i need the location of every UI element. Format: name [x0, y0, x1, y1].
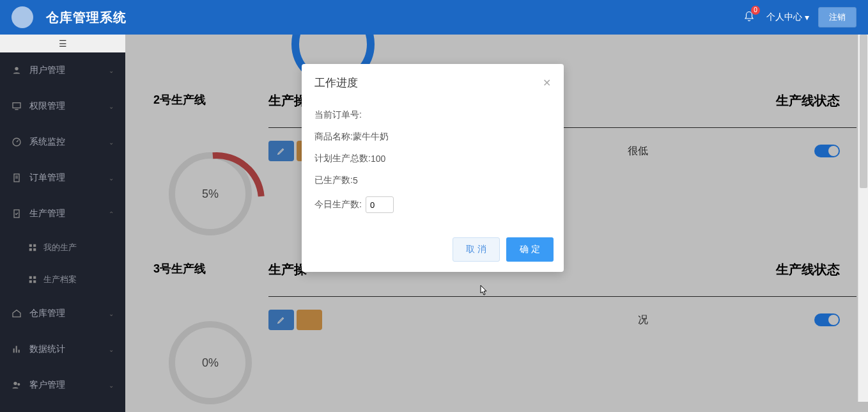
svg-rect-13: [13, 349, 15, 353]
done-label: 已生产数:: [314, 175, 353, 186]
plan-row: 计划生产总数:100: [314, 153, 551, 164]
users-icon: [12, 380, 22, 390]
chevron-down-icon: ⌄: [109, 175, 114, 182]
done-value: 5: [353, 175, 358, 186]
chart-icon: [12, 344, 22, 354]
order-row: 当前订单号:: [314, 109, 551, 121]
product-value: 蒙牛牛奶: [353, 131, 389, 143]
notification-badge: 0: [751, 6, 760, 15]
svg-rect-6: [33, 244, 36, 247]
order-label: 当前订单号:: [314, 109, 362, 121]
vertical-scrollbar[interactable]: [858, 35, 868, 402]
sidebar-item-production-mgmt[interactable]: 生产管理 ⌃: [0, 196, 125, 232]
menu-label: 系统监控: [29, 136, 65, 148]
menu-label: 客户管理: [29, 379, 65, 391]
svg-rect-8: [33, 248, 36, 251]
chevron-down-icon: ⌄: [109, 103, 114, 110]
sidebar-item-data-stats[interactable]: 数据统计 ⌄: [0, 331, 125, 367]
sidebar: ☰ 用户管理 ⌄ 权限管理 ⌄ 系统监控 ⌄ 订单管理 ⌄ 生产管理 ⌃: [0, 35, 125, 412]
collapse-icon: ☰: [59, 38, 67, 49]
avatar[interactable]: [12, 6, 33, 28]
done-row: 已生产数:5: [314, 175, 551, 186]
logout-button[interactable]: 注销: [818, 7, 856, 28]
submenu-label: 生产档案: [43, 274, 77, 285]
dialog-cancel-button[interactable]: 取 消: [453, 237, 500, 262]
svg-rect-11: [29, 280, 32, 283]
sidebar-item-system-monitor[interactable]: 系统监控 ⌄: [0, 124, 125, 160]
menu-label: 数据统计: [29, 344, 65, 355]
grid-icon: [28, 275, 37, 284]
svg-point-17: [17, 383, 20, 386]
today-row: 今日生产数:: [314, 196, 551, 213]
grid-icon: [28, 243, 37, 252]
work-progress-dialog: 工作进度 ✕ 当前订单号: 商品名称:蒙牛牛奶 计划生产总数:100 已生产数:…: [302, 64, 564, 272]
chevron-down-icon: ⌄: [109, 382, 114, 389]
chevron-down-icon: ⌄: [109, 346, 114, 353]
plan-label: 计划生产总数:: [314, 153, 371, 164]
svg-rect-1: [13, 103, 20, 108]
dialog-ok-button[interactable]: 确 定: [506, 237, 554, 262]
sidebar-subitem-my-production[interactable]: 我的生产: [0, 232, 125, 264]
sidebar-item-user-mgmt[interactable]: 用户管理 ⌄: [0, 52, 125, 88]
check-clipboard-icon: [12, 209, 22, 219]
monitor-icon: [12, 101, 22, 111]
chevron-down-icon: ⌄: [109, 310, 114, 317]
chevron-down-icon: ⌄: [109, 139, 114, 146]
close-icon: ✕: [543, 77, 551, 88]
topbar: 仓库管理系统 0 个人中心 ▾ 注销: [0, 0, 868, 35]
chevron-up-icon: ⌃: [109, 210, 114, 218]
menu-label: 权限管理: [29, 100, 65, 112]
svg-rect-14: [16, 346, 17, 353]
today-label: 今日生产数:: [314, 199, 362, 210]
menu-label: 订单管理: [29, 172, 65, 184]
sidebar-item-permission-mgmt[interactable]: 权限管理 ⌄: [0, 88, 125, 124]
scrollbar-thumb[interactable]: [860, 35, 867, 188]
user-center-label: 个人中心: [766, 12, 802, 23]
svg-rect-10: [33, 276, 36, 279]
dialog-close-button[interactable]: ✕: [543, 77, 551, 89]
submenu-label: 我的生产: [43, 242, 77, 253]
sidebar-collapse-button[interactable]: ☰: [0, 35, 125, 52]
menu-label: 仓库管理: [29, 308, 65, 319]
sidebar-item-order-mgmt[interactable]: 订单管理 ⌄: [0, 160, 125, 196]
svg-point-0: [15, 67, 18, 70]
clipboard-icon: [12, 173, 22, 183]
svg-rect-7: [29, 248, 32, 251]
sidebar-subitem-production-archive[interactable]: 生产档案: [0, 264, 125, 296]
home-icon: [12, 308, 22, 319]
today-input[interactable]: [366, 196, 394, 213]
plan-value: 100: [371, 154, 385, 164]
user-icon: [12, 65, 22, 75]
svg-rect-5: [29, 244, 32, 247]
user-center-dropdown[interactable]: 个人中心 ▾: [766, 12, 809, 23]
svg-point-16: [13, 382, 17, 385]
menu-label: 用户管理: [29, 65, 65, 76]
product-row: 商品名称:蒙牛牛奶: [314, 131, 551, 143]
svg-rect-12: [33, 280, 36, 283]
chevron-down-icon: ▾: [805, 12, 809, 22]
dialog-title: 工作进度: [314, 75, 543, 90]
menu-label: 生产管理: [29, 208, 65, 219]
notification-bell[interactable]: 0: [743, 11, 755, 24]
svg-rect-9: [29, 276, 32, 279]
product-label: 商品名称:: [314, 131, 353, 143]
chevron-down-icon: ⌄: [109, 67, 114, 74]
app-title: 仓库管理系统: [46, 9, 127, 26]
svg-rect-15: [19, 350, 20, 353]
gauge-icon: [12, 137, 22, 147]
sidebar-item-customer-mgmt[interactable]: 客户管理 ⌄: [0, 367, 125, 403]
sidebar-item-warehouse-mgmt[interactable]: 仓库管理 ⌄: [0, 296, 125, 331]
